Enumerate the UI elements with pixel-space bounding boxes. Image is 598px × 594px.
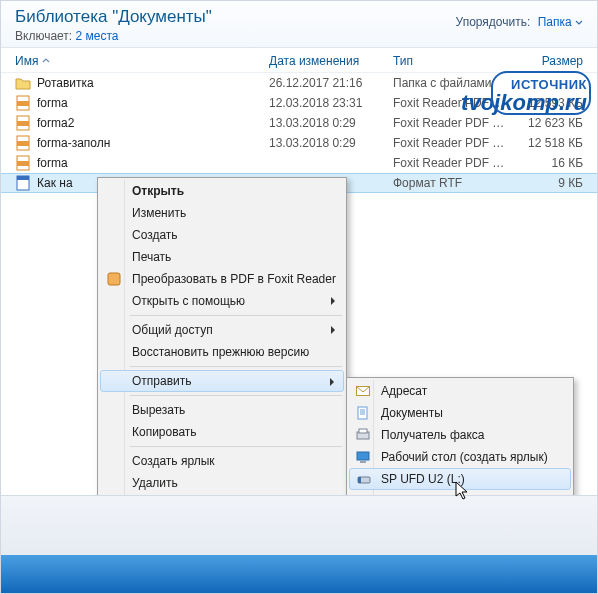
menu-separator bbox=[130, 395, 342, 396]
file-row[interactable]: forma-заполн13.03.2018 0:29Foxit Reader … bbox=[1, 133, 597, 153]
file-size: 9 КБ bbox=[513, 176, 583, 190]
documents-icon bbox=[355, 405, 371, 421]
pdf-icon bbox=[15, 135, 31, 151]
menu-create-shortcut[interactable]: Создать ярлык bbox=[100, 450, 344, 472]
sendto-documents[interactable]: Документы bbox=[349, 402, 571, 424]
column-size[interactable]: Размер bbox=[513, 54, 583, 68]
pdf-icon bbox=[15, 95, 31, 111]
svg-rect-12 bbox=[358, 407, 367, 419]
file-size: 16 КБ bbox=[513, 156, 583, 170]
file-name: forma-заполн bbox=[37, 136, 269, 150]
sendto-usb[interactable]: SP UFD U2 (L:) bbox=[349, 468, 571, 490]
column-date[interactable]: Дата изменения bbox=[269, 54, 393, 68]
file-date: 26.12.2017 21:16 bbox=[269, 76, 393, 90]
file-type: Foxit Reader PDF … bbox=[393, 136, 513, 150]
file-name: forma bbox=[37, 156, 269, 170]
library-header: Библиотека "Документы" Включает: 2 места… bbox=[1, 1, 597, 48]
svg-rect-18 bbox=[357, 452, 369, 460]
file-name: forma2 bbox=[37, 116, 269, 130]
svg-rect-1 bbox=[17, 101, 29, 106]
menu-print[interactable]: Печать bbox=[100, 246, 344, 268]
submenu-arrow-icon bbox=[329, 377, 335, 387]
includes-row: Включает: 2 места bbox=[15, 29, 583, 43]
svg-rect-17 bbox=[359, 429, 367, 433]
menu-convert-pdf[interactable]: Преобразовать в PDF в Foxit Reader bbox=[100, 268, 344, 290]
file-size: 12 623 КБ bbox=[513, 116, 583, 130]
file-name: Ротавитка bbox=[37, 76, 269, 90]
svg-rect-3 bbox=[17, 121, 29, 126]
arrange-by: Упорядочить: Папка bbox=[456, 15, 583, 29]
menu-open-with[interactable]: Открыть с помощью bbox=[100, 290, 344, 312]
column-name[interactable]: Имя bbox=[15, 54, 269, 68]
menu-sharing[interactable]: Общий доступ bbox=[100, 319, 344, 341]
file-type: Foxit Reader PDF … bbox=[393, 96, 513, 110]
file-row[interactable]: forma213.03.2018 0:29Foxit Reader PDF …1… bbox=[1, 113, 597, 133]
file-row[interactable]: formaFoxit Reader PDF …16 КБ bbox=[1, 153, 597, 173]
arrange-label: Упорядочить: bbox=[456, 15, 531, 29]
file-row[interactable]: Ротавитка26.12.2017 21:16Папка с файлами bbox=[1, 73, 597, 93]
svg-rect-7 bbox=[17, 161, 29, 166]
file-row[interactable]: forma12.03.2018 23:31Foxit Reader PDF …1… bbox=[1, 93, 597, 113]
svg-rect-10 bbox=[108, 273, 120, 285]
sort-asc-icon bbox=[42, 57, 50, 65]
menu-restore[interactable]: Восстановить прежнюю версию bbox=[100, 341, 344, 363]
file-date: 13.03.2018 0:29 bbox=[269, 116, 393, 130]
mail-icon bbox=[355, 383, 371, 399]
details-pane bbox=[1, 495, 597, 555]
arrange-value[interactable]: Папка bbox=[538, 15, 583, 29]
file-type: Foxit Reader PDF … bbox=[393, 116, 513, 130]
file-size: 12 593 КБ bbox=[513, 96, 583, 110]
file-type: Формат RTF bbox=[393, 176, 513, 190]
menu-edit[interactable]: Изменить bbox=[100, 202, 344, 224]
menu-separator bbox=[130, 446, 342, 447]
file-type: Папка с файлами bbox=[393, 76, 513, 90]
folder-icon bbox=[15, 75, 31, 91]
submenu-arrow-icon bbox=[330, 296, 336, 306]
menu-copy[interactable]: Копировать bbox=[100, 421, 344, 443]
pdf-icon bbox=[15, 115, 31, 131]
svg-rect-5 bbox=[17, 141, 29, 146]
chevron-down-icon bbox=[575, 19, 583, 27]
svg-rect-21 bbox=[358, 477, 361, 483]
svg-rect-9 bbox=[17, 176, 29, 180]
file-date: 13.03.2018 0:29 bbox=[269, 136, 393, 150]
sendto-fax[interactable]: Получатель факса bbox=[349, 424, 571, 446]
menu-delete[interactable]: Удалить bbox=[100, 472, 344, 494]
svg-rect-19 bbox=[360, 461, 366, 463]
menu-open[interactable]: Открыть bbox=[100, 180, 344, 202]
file-type: Foxit Reader PDF … bbox=[393, 156, 513, 170]
explorer-window: Библиотека "Документы" Включает: 2 места… bbox=[1, 1, 597, 593]
file-date: 12.03.2018 23:31 bbox=[269, 96, 393, 110]
file-size: 12 518 КБ bbox=[513, 136, 583, 150]
menu-separator bbox=[130, 315, 342, 316]
desktop-icon bbox=[355, 449, 371, 465]
usb-drive-icon bbox=[356, 472, 372, 488]
menu-create[interactable]: Создать bbox=[100, 224, 344, 246]
submenu-arrow-icon bbox=[330, 325, 336, 335]
column-type[interactable]: Тип bbox=[393, 54, 513, 68]
fax-icon bbox=[355, 427, 371, 443]
column-headers: Имя Дата изменения Тип Размер bbox=[1, 48, 597, 73]
includes-label: Включает: bbox=[15, 29, 72, 43]
file-list: Ротавитка26.12.2017 21:16Папка с файлами… bbox=[1, 73, 597, 193]
menu-separator bbox=[130, 366, 342, 367]
menu-cut[interactable]: Вырезать bbox=[100, 399, 344, 421]
pdf-icon bbox=[15, 155, 31, 171]
foxit-icon bbox=[106, 271, 122, 287]
menu-send-to[interactable]: Отправить bbox=[100, 370, 344, 392]
file-name: forma bbox=[37, 96, 269, 110]
sendto-recipient[interactable]: Адресат bbox=[349, 380, 571, 402]
sendto-desktop[interactable]: Рабочий стол (создать ярлык) bbox=[349, 446, 571, 468]
taskbar[interactable] bbox=[1, 555, 597, 593]
includes-link[interactable]: 2 места bbox=[76, 29, 119, 43]
doc-icon bbox=[15, 175, 31, 191]
